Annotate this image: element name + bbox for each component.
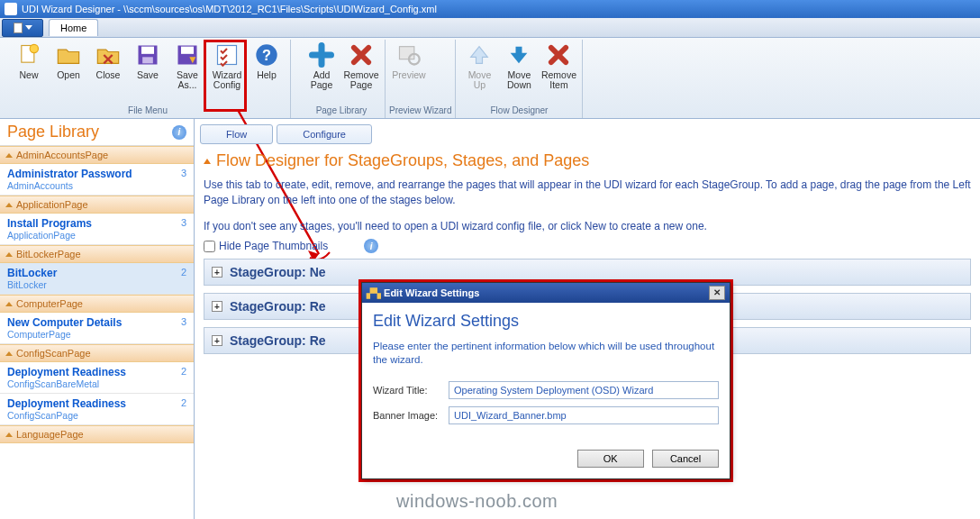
remove-item-button[interactable]: Remove Item — [539, 40, 578, 105]
ribbon: New Open Close Save Save As... Wizard Co… — [0, 38, 980, 119]
group-label-file: File Menu — [9, 105, 286, 118]
sidebar-item[interactable]: New Computer DetailsComputerPage3 — [0, 313, 194, 344]
window-title: UDI Wizard Designer - \\sccm\sources\os\… — [22, 4, 437, 14]
tab-home[interactable]: Home — [49, 19, 98, 36]
wizard-title-input[interactable] — [449, 381, 719, 399]
chevron-up-icon — [204, 159, 211, 164]
ok-button[interactable]: OK — [577, 450, 644, 468]
help-button[interactable]: ? Help — [247, 40, 286, 105]
watermark: windows-noob.com — [396, 491, 558, 512]
banner-image-input[interactable] — [449, 406, 719, 424]
group-label-flow: Flow Designer — [459, 105, 578, 118]
close-icon[interactable]: ✕ — [709, 286, 725, 300]
close-button[interactable]: Close — [88, 40, 128, 105]
banner-image-label: Banner Image: — [373, 410, 449, 421]
app-menu-button[interactable] — [2, 19, 43, 37]
expand-icon[interactable]: + — [212, 335, 222, 346]
tab-configure[interactable]: Configure — [277, 124, 372, 144]
svg-rect-12 — [400, 47, 414, 59]
add-page-button[interactable]: Add Page — [302, 40, 341, 105]
sidebar-item[interactable]: Deployment ReadinessConfigScanBareMetal2 — [0, 362, 194, 394]
sidebar-header: Page Library i — [0, 119, 194, 146]
group-label-pagelib: Page Library — [302, 105, 381, 118]
sidebar: Page Library i AdminAccountsPageAdminist… — [0, 119, 195, 519]
menubar: Home — [0, 18, 980, 38]
sidebar-item[interactable]: BitLockerBitLocker2 — [0, 263, 194, 295]
expand-icon[interactable]: + — [212, 267, 222, 278]
sidebar-category[interactable]: ApplicationPage — [0, 196, 194, 214]
dialog-titlebar[interactable]: ▞▚ Edit Wizard Settings ✕ — [362, 283, 730, 303]
sidebar-item[interactable]: Install ProgramsApplicationPage3 — [0, 214, 194, 245]
group-label-preview: Preview Wizard — [389, 105, 451, 118]
main-desc-2: If you don't see any stages, you'll need… — [195, 214, 980, 240]
document-icon — [14, 23, 23, 33]
svg-text:?: ? — [262, 47, 271, 63]
new-button[interactable]: New — [9, 40, 49, 105]
info-icon[interactable]: i — [364, 239, 378, 253]
sidebar-item[interactable]: Deployment ReadinessConfigScanPage2 — [0, 394, 194, 425]
svg-rect-6 — [142, 57, 153, 63]
main-desc-1: Use this tab to create, edit, remove, an… — [195, 172, 980, 214]
open-button[interactable]: Open — [49, 40, 88, 105]
preview-button[interactable]: Preview — [389, 40, 429, 105]
sidebar-category[interactable]: LanguagePage — [0, 425, 194, 443]
sidebar-title: Page Library — [7, 123, 99, 141]
dialog-heading: Edit Wizard Settings — [373, 312, 719, 331]
save-as-button[interactable]: Save As... — [168, 40, 207, 105]
hide-thumbnails-checkbox[interactable] — [204, 241, 215, 252]
tab-flow[interactable]: Flow — [200, 124, 273, 144]
sidebar-category[interactable]: ComputerPage — [0, 295, 194, 313]
save-button[interactable]: Save — [128, 40, 168, 105]
svg-rect-5 — [141, 47, 154, 54]
titlebar: UDI Wizard Designer - \\sccm\sources\os\… — [0, 0, 980, 18]
cancel-button[interactable]: Cancel — [652, 450, 719, 468]
annotation-dialog-highlight: ▞▚ Edit Wizard Settings ✕ Edit Wizard Se… — [358, 279, 733, 482]
move-down-button[interactable]: Move Down — [499, 40, 539, 105]
dialog-text: Please enter the pertinent information b… — [373, 340, 719, 367]
main-heading: Flow Designer for StageGroups, Stages, a… — [195, 150, 980, 172]
app-icon — [5, 3, 17, 15]
expand-icon[interactable]: + — [212, 301, 222, 312]
chevron-down-icon — [25, 25, 32, 30]
info-icon[interactable]: i — [172, 125, 186, 140]
sidebar-category[interactable]: ConfigScanPage — [0, 344, 194, 362]
svg-point-1 — [30, 44, 38, 52]
sidebar-category[interactable]: BitLockerPage — [0, 245, 194, 263]
wizard-config-button[interactable]: Wizard Config — [207, 40, 247, 105]
wizard-title-label: Wizard Title: — [373, 385, 449, 396]
edit-wizard-settings-dialog: ▞▚ Edit Wizard Settings ✕ Edit Wizard Se… — [361, 282, 730, 479]
sidebar-item[interactable]: Administrator PasswordAdminAccounts3 — [0, 164, 194, 196]
svg-rect-8 — [181, 47, 194, 54]
move-up-button[interactable]: Move Up — [459, 40, 499, 105]
remove-page-button[interactable]: Remove Page — [341, 40, 381, 105]
sidebar-category[interactable]: AdminAccountsPage — [0, 146, 194, 164]
hide-thumbnails-label: Hide Page Thumbnails — [219, 240, 328, 252]
